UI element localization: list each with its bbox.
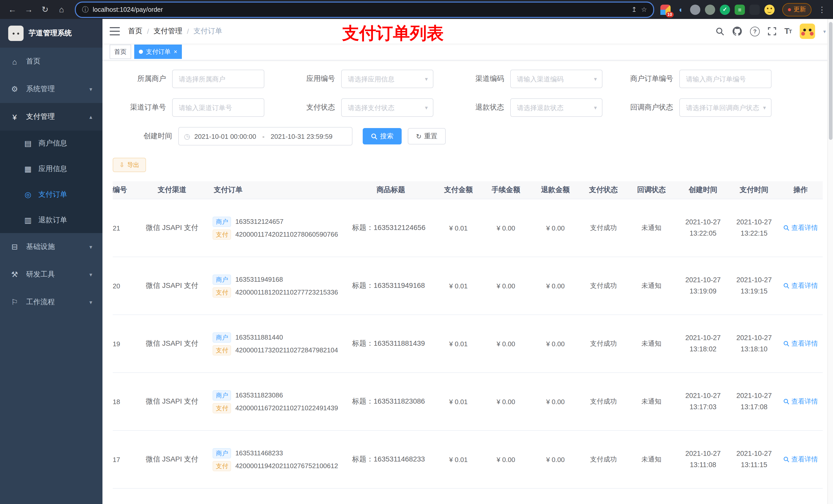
extension-puzzle-icon[interactable]	[749, 4, 760, 15]
view-detail-link[interactable]: 查看详情	[783, 281, 818, 290]
url-text[interactable]: localhost:1024/pay/order	[93, 6, 627, 13]
col-order: 支付订单	[208, 181, 346, 199]
date-start: 2021-10-01 00:00:00	[194, 133, 256, 140]
view-detail-link[interactable]: 查看详情	[783, 397, 818, 406]
merchant-order-no-field[interactable]	[679, 70, 771, 88]
tool-icon: ⚒	[10, 270, 19, 279]
merchant-tag: 商户	[213, 216, 231, 226]
chevron-down-icon: ▾	[594, 104, 597, 111]
browser-toolbar: ← → ↻ ⌂ ⓘ localhost:1024/pay/order ↥ ☆ 1…	[0, 0, 833, 19]
extension-collage-icon[interactable]: 10	[660, 4, 671, 15]
channel-code-input[interactable]	[516, 74, 592, 83]
extension-circle2-icon[interactable]	[705, 4, 715, 15]
font-size-icon[interactable]: TT	[784, 27, 791, 36]
extension-drop-icon[interactable]: ◖	[675, 4, 686, 15]
app-select[interactable]: ▾	[341, 70, 433, 88]
site-info-icon[interactable]: ⓘ	[82, 5, 89, 14]
pay-tag: 支付	[213, 229, 231, 239]
refund-status-input[interactable]	[516, 103, 592, 112]
refund-status-select[interactable]: ▾	[510, 98, 602, 117]
merchant-order-no-input[interactable]	[685, 74, 766, 83]
merchant-input[interactable]	[178, 74, 259, 83]
app-title: 芋道管理系统	[29, 29, 72, 38]
monitor-icon: ⊟	[10, 242, 19, 251]
reload-button[interactable]: ↻	[38, 2, 52, 17]
hamburger-icon[interactable]	[110, 27, 120, 35]
view-detail-link[interactable]: 查看详情	[783, 455, 818, 464]
search-icon[interactable]	[716, 27, 724, 35]
share-icon[interactable]: ↥	[632, 6, 637, 13]
fullscreen-icon[interactable]	[768, 27, 776, 35]
date-end: 2021-10-31 23:59:59	[271, 133, 332, 140]
bookmark-star-icon[interactable]: ☆	[641, 6, 647, 13]
sidebar-item-system[interactable]: ⚙ 系统管理 ▾	[0, 75, 102, 103]
pay-no: 4200001194202110276752100612	[235, 462, 338, 470]
sidebar-item-workflow[interactable]: ⚐ 工作流程 ▾	[0, 288, 102, 316]
sidebar-item-pay-order[interactable]: ◎ 支付订单	[0, 182, 102, 208]
browser-update-button[interactable]: 更新	[782, 3, 811, 16]
channel-order-no-input[interactable]	[178, 103, 259, 112]
close-icon[interactable]: ×	[174, 49, 177, 55]
date-range-picker[interactable]: ◷ 2021-10-01 00:00:00 - 2021-10-31 23:59…	[178, 127, 353, 145]
merchant-tag: 商户	[213, 274, 231, 285]
sidebar-item-pay[interactable]: ¥ 支付管理 ▴	[0, 103, 102, 130]
merchant-tag: 商户	[213, 332, 231, 342]
home-button[interactable]: ⌂	[54, 2, 69, 17]
table-header-row: 编号 支付渠道 支付订单 商品标题 支付金额 手续金额 退款金额 支付状态 回调…	[113, 181, 823, 199]
help-icon[interactable]: ?	[750, 26, 760, 36]
back-button[interactable]: ←	[5, 2, 20, 17]
address-bar[interactable]: ⓘ localhost:1024/pay/order ↥ ☆	[75, 1, 654, 18]
channel-order-no-field[interactable]	[172, 98, 264, 117]
yen-icon: ¥	[10, 113, 19, 121]
page-scrollbar	[827, 19, 833, 504]
sidebar: 芋道管理系统 ⌂ 首页 ⚙ 系统管理 ▾ ¥ 支付管理 ▴ ▤ 商户信息	[0, 19, 102, 504]
merchant-select[interactable]	[172, 70, 264, 88]
channel-code-select[interactable]: ▾	[510, 70, 602, 88]
sidebar-item-refund-order[interactable]: ▥ 退款订单	[0, 208, 102, 233]
filter-label: 商户订单编号	[602, 74, 679, 83]
browser-menu-icon[interactable]: ⋮	[816, 5, 828, 14]
scrollbar-thumb[interactable]	[829, 22, 832, 140]
github-icon[interactable]	[733, 27, 742, 36]
gear-icon: ⚙	[10, 85, 19, 94]
extension-smiley-icon[interactable]	[764, 4, 775, 15]
app-input[interactable]	[347, 74, 423, 83]
pay-status-input[interactable]	[347, 103, 423, 112]
breadcrumb-pay[interactable]: 支付管理	[154, 27, 182, 36]
extension-book-icon[interactable]: ≡	[735, 4, 745, 15]
col-channel: 支付渠道	[137, 181, 208, 199]
notify-status-select[interactable]: ▾	[679, 98, 771, 117]
avatar[interactable]	[800, 24, 815, 39]
filter-label: 渠道编码	[433, 74, 510, 83]
view-detail-link[interactable]: 查看详情	[783, 223, 818, 233]
notify-status-input[interactable]	[685, 103, 761, 112]
search-button[interactable]: 搜索	[363, 128, 402, 144]
sidebar-item-tools[interactable]: ⚒ 研发工具 ▾	[0, 261, 102, 288]
chevron-down-icon: ▾	[89, 271, 92, 278]
reset-button[interactable]: ↻ 重置	[408, 128, 446, 144]
main-area: 首页 / 支付管理 / 支付订单 支付订单列表 ?	[102, 19, 833, 504]
dashboard-icon: ⌂	[10, 57, 19, 66]
sidebar-item-home[interactable]: ⌂ 首页	[0, 48, 102, 75]
merchant-no: 1635311468233	[235, 449, 283, 457]
top-navbar: 首页 / 支付管理 / 支付订单 支付订单列表 ?	[102, 19, 833, 44]
view-detail-link[interactable]: 查看详情	[783, 339, 818, 348]
pay-status-select[interactable]: ▾	[341, 98, 433, 117]
tab-pay-order[interactable]: 支付订单 ×	[134, 45, 182, 59]
extension-circle-icon[interactable]	[690, 4, 700, 15]
avatar-caret-icon[interactable]: ▾	[823, 28, 826, 34]
breadcrumb-home[interactable]: 首页	[128, 27, 142, 36]
bank-card-icon: ▤	[24, 139, 32, 148]
sidebar-item-infra[interactable]: ⊟ 基础设施 ▾	[0, 233, 102, 261]
forward-button[interactable]: →	[22, 2, 36, 17]
flag-icon: ⚐	[10, 297, 19, 307]
tab-home[interactable]: 首页	[110, 45, 131, 59]
sidebar-item-merchant-info[interactable]: ▤ 商户信息	[0, 130, 102, 156]
export-button[interactable]: ⇩ 导出	[113, 158, 146, 172]
sidebar-item-app-info[interactable]: ▦ 应用信息	[0, 156, 102, 182]
filter-row-3: 创建时间 ◷ 2021-10-01 00:00:00 - 2021-10-31 …	[113, 127, 823, 145]
extension-check-icon[interactable]: ✓	[720, 4, 730, 15]
navbar-actions: ? TT ▾	[716, 24, 826, 39]
chevron-down-icon: ▾	[89, 243, 92, 250]
pay-no: 4200001174202110278060590766	[235, 231, 338, 238]
